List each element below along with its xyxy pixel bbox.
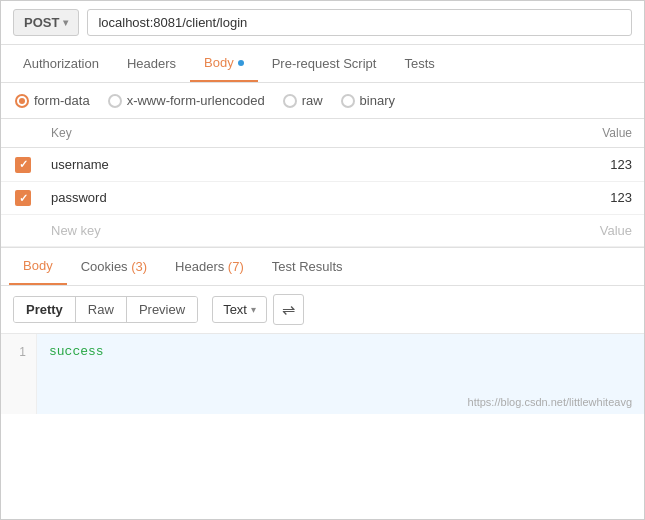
row2-value[interactable]: 123: [397, 181, 644, 215]
format-raw-button[interactable]: Raw: [76, 297, 127, 322]
watermark: https://blog.csdn.net/littlewhiteavg: [468, 396, 632, 408]
method-chevron-icon: ▾: [63, 17, 68, 28]
wrap-icon: ⇌: [282, 300, 295, 319]
radio-binary[interactable]: binary: [341, 93, 395, 108]
format-preview-button[interactable]: Preview: [127, 297, 197, 322]
new-key-placeholder[interactable]: New key: [39, 215, 397, 247]
body-type-row: form-data x-www-form-urlencoded raw bina…: [1, 83, 644, 119]
response-tabs: Body Cookies (3) Headers (7) Test Result…: [1, 248, 644, 286]
url-bar: POST ▾: [1, 1, 644, 45]
tab-body[interactable]: Body: [190, 45, 258, 82]
method-button[interactable]: POST ▾: [13, 9, 79, 36]
row1-value[interactable]: 123: [397, 148, 644, 182]
tab-authorization[interactable]: Authorization: [9, 45, 113, 82]
response-text: success: [49, 344, 104, 359]
checkbox-col-header: [1, 119, 39, 148]
method-label: POST: [24, 15, 59, 30]
value-col-header: Value: [397, 119, 644, 148]
row2-checkbox[interactable]: [15, 190, 31, 206]
tab-pre-request-script[interactable]: Pre-request Script: [258, 45, 391, 82]
row2-key[interactable]: password: [39, 181, 397, 215]
line-number-1: 1: [11, 342, 26, 362]
new-value-placeholder[interactable]: Value: [397, 215, 644, 247]
radio-form-data[interactable]: form-data: [15, 93, 90, 108]
radio-raw-circle: [283, 94, 297, 108]
resp-tab-headers[interactable]: Headers (7): [161, 249, 258, 284]
type-label: Text: [223, 302, 247, 317]
request-tabs: Authorization Headers Body Pre-request S…: [1, 45, 644, 83]
body-tab-dot: [238, 60, 244, 66]
url-input[interactable]: [87, 9, 632, 36]
resp-tab-body[interactable]: Body: [9, 248, 67, 285]
radio-form-data-circle: [15, 94, 29, 108]
format-pretty-button[interactable]: Pretty: [14, 297, 76, 322]
tab-tests[interactable]: Tests: [390, 45, 448, 82]
kv-table: Key Value username 123 password 123 New …: [1, 119, 644, 247]
line-numbers: 1: [1, 334, 37, 414]
new-key-row: New key Value: [1, 215, 644, 247]
type-chevron-icon: ▾: [251, 304, 256, 315]
radio-binary-circle: [341, 94, 355, 108]
row1-checkbox-cell: [1, 148, 39, 182]
radio-raw[interactable]: raw: [283, 93, 323, 108]
resp-tab-cookies[interactable]: Cookies (3): [67, 249, 161, 284]
radio-x-www-form-urlencoded[interactable]: x-www-form-urlencoded: [108, 93, 265, 108]
row1-checkbox[interactable]: [15, 157, 31, 173]
response-wrapper: 1 success https://blog.csdn.net/littlewh…: [1, 334, 644, 414]
wrap-button[interactable]: ⇌: [273, 294, 304, 325]
radio-urlencoded-circle: [108, 94, 122, 108]
resp-tab-test-results[interactable]: Test Results: [258, 249, 357, 284]
type-dropdown[interactable]: Text ▾: [212, 296, 267, 323]
key-col-header: Key: [39, 119, 397, 148]
tab-headers[interactable]: Headers: [113, 45, 190, 82]
new-row-checkbox-cell: [1, 215, 39, 247]
row1-key[interactable]: username: [39, 148, 397, 182]
table-row: username 123: [1, 148, 644, 182]
format-bar: Pretty Raw Preview Text ▾ ⇌: [1, 286, 644, 334]
format-group: Pretty Raw Preview: [13, 296, 198, 323]
table-row: password 123: [1, 181, 644, 215]
row2-checkbox-cell: [1, 181, 39, 215]
